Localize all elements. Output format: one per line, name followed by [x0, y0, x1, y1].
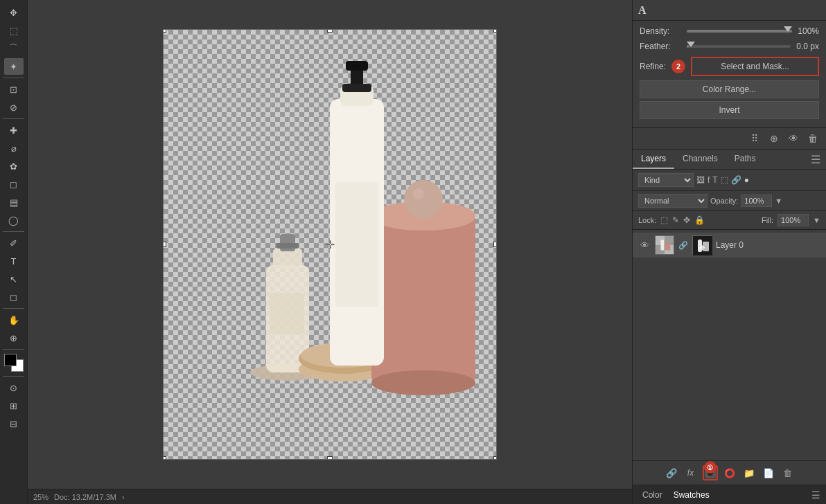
tool-separator-6 — [3, 376, 24, 377]
layer-link-icon: 🔗 — [678, 241, 688, 250]
swatches-tab[interactable]: Swatches — [669, 489, 714, 501]
kind-smart-icon[interactable]: 🔗 — [731, 175, 741, 185]
dodge-tool[interactable]: ◯ — [4, 212, 24, 228]
layer-effects-btn[interactable]: fx — [683, 465, 698, 480]
tab-paths[interactable]: Paths — [726, 150, 764, 169]
layer-bottom-controls: 🔗 fx ① ⭕ 📁 📄 🗑 — [633, 460, 826, 485]
trash-icon[interactable]: 🗑 — [805, 131, 820, 146]
color-tab[interactable]: Color — [638, 489, 667, 501]
color-range-button[interactable]: Color Range... — [640, 80, 819, 98]
fill-input[interactable] — [777, 214, 809, 226]
handle-mid-left[interactable] — [164, 242, 166, 247]
layer-link-btn[interactable]: 🔗 — [664, 465, 679, 480]
lock-move-icon[interactable]: ✥ — [683, 215, 690, 225]
layers-menu-button[interactable]: ☰ — [805, 150, 826, 169]
canvas-container[interactable]: ✛ — [28, 0, 632, 489]
magic-wand-tool[interactable]: ✦ — [4, 58, 24, 75]
layer-delete-btn[interactable]: 🗑 — [780, 465, 796, 480]
svg-rect-3 — [280, 234, 295, 251]
path-select-tool[interactable]: ↖ — [4, 271, 24, 287]
opacity-arrow[interactable]: ▼ — [775, 197, 782, 205]
hand-tool[interactable]: ✋ — [4, 312, 24, 328]
lock-transparent-icon[interactable]: ⬚ — [660, 215, 668, 225]
feather-thumb — [687, 42, 695, 47]
quick-mask-tool[interactable]: ⊙ — [4, 379, 24, 396]
grid-icon[interactable]: ⠿ — [747, 131, 762, 146]
lasso-tool[interactable]: ⌒ — [4, 40, 24, 57]
marquee-tool[interactable]: ⬚ — [4, 22, 24, 39]
kind-text-icon[interactable]: T — [712, 175, 717, 185]
layer-adjustment-btn[interactable]: ⭕ — [722, 465, 737, 480]
handle-bottom-left[interactable] — [164, 456, 166, 459]
density-track — [687, 30, 792, 33]
select-and-mask-button[interactable]: Select and Mask... — [691, 57, 819, 76]
kind-select[interactable]: Kind — [638, 173, 694, 187]
shape-tool[interactable]: ◻ — [4, 289, 24, 305]
handle-bottom-right[interactable] — [493, 456, 496, 459]
tab-channels[interactable]: Channels — [674, 150, 726, 169]
eyedropper-tool[interactable]: ⊘ — [4, 99, 24, 116]
fill-arrow[interactable]: ▼ — [813, 216, 820, 224]
eraser-tool[interactable]: ◻ — [4, 176, 24, 192]
layer-new-btn[interactable]: 📄 — [761, 465, 776, 480]
svg-rect-4 — [276, 243, 299, 249]
layer-item[interactable]: 👁 🔗 — [633, 233, 826, 258]
lock-paint-icon[interactable]: ✎ — [672, 215, 679, 225]
lock-label: Lock: — [638, 216, 656, 224]
foreground-color[interactable] — [4, 354, 17, 366]
pen-tool[interactable]: ✐ — [4, 235, 24, 251]
kind-image-icon[interactable]: 🖼 — [696, 175, 705, 185]
heal-tool[interactable]: ✚ — [4, 122, 24, 138]
tool-separator-4 — [3, 308, 24, 309]
kind-pixel-icon[interactable]: ● — [744, 175, 749, 185]
zoom-tool[interactable]: ⊕ — [4, 330, 24, 346]
artboard-tool[interactable]: ⊟ — [4, 415, 24, 432]
stamp-icon[interactable]: ⊕ — [766, 131, 782, 146]
kind-fx-icon[interactable]: f — [708, 175, 710, 185]
handle-bottom-center[interactable] — [327, 456, 333, 459]
gradient-tool[interactable]: ▤ — [4, 194, 24, 210]
handle-top-right[interactable] — [493, 30, 496, 33]
svg-rect-19 — [346, 61, 368, 71]
color-swatches[interactable] — [4, 354, 24, 372]
color-bar-menu[interactable]: ☰ — [811, 489, 820, 501]
handle-top-center[interactable] — [327, 30, 333, 33]
type-tool[interactable]: T — [4, 253, 24, 269]
layer-group-btn[interactable]: 📁 — [741, 465, 757, 480]
svg-rect-20 — [335, 182, 378, 307]
opacity-input[interactable] — [741, 195, 772, 207]
svg-text:✥: ✥ — [700, 244, 705, 251]
svg-rect-24 — [660, 240, 664, 251]
tab-layers[interactable]: Layers — [633, 150, 674, 169]
svg-rect-25 — [665, 242, 670, 250]
svg-point-14 — [413, 188, 424, 199]
density-value: 100% — [798, 26, 819, 36]
tool-separator-3 — [3, 231, 24, 232]
layer-visibility-toggle[interactable]: 👁 — [638, 240, 651, 251]
clone-tool[interactable]: ✿ — [4, 158, 24, 174]
invert-button[interactable]: Invert — [640, 101, 819, 119]
canvas-content[interactable]: ✛ — [164, 30, 496, 459]
color-swatches-bar: Color Swatches ☰ — [633, 485, 826, 504]
eye-icon[interactable]: 👁 — [786, 131, 801, 146]
panel-header: A — [633, 0, 826, 21]
opacity-label: Opacity: — [710, 197, 738, 205]
kind-shape-icon[interactable]: ⬚ — [721, 175, 728, 185]
crop-tool[interactable]: ⊡ — [4, 81, 24, 98]
layer-mask-btn[interactable]: ① — [703, 465, 718, 480]
move-tool[interactable]: ✥ — [4, 4, 24, 21]
density-thumb — [784, 26, 792, 32]
status-arrow[interactable]: › — [122, 493, 125, 501]
handle-top-left[interactable] — [164, 30, 166, 33]
lock-all-icon[interactable]: 🔒 — [694, 215, 705, 225]
handle-mid-right[interactable] — [493, 242, 496, 247]
zoom-level: 25% — [33, 493, 49, 501]
lock-row: Lock: ⬚ ✎ ✥ 🔒 Fill: ▼ — [633, 211, 826, 230]
screen-mode-tool[interactable]: ⊞ — [4, 397, 24, 414]
brush-tool[interactable]: ⌀ — [4, 140, 24, 156]
tool-separator-1 — [3, 78, 24, 78]
feather-slider[interactable] — [687, 45, 791, 48]
blend-mode-select[interactable]: Normal Multiply Screen Overlay — [638, 194, 708, 208]
density-slider[interactable] — [687, 30, 792, 33]
density-row: Density: 100% — [640, 26, 819, 36]
